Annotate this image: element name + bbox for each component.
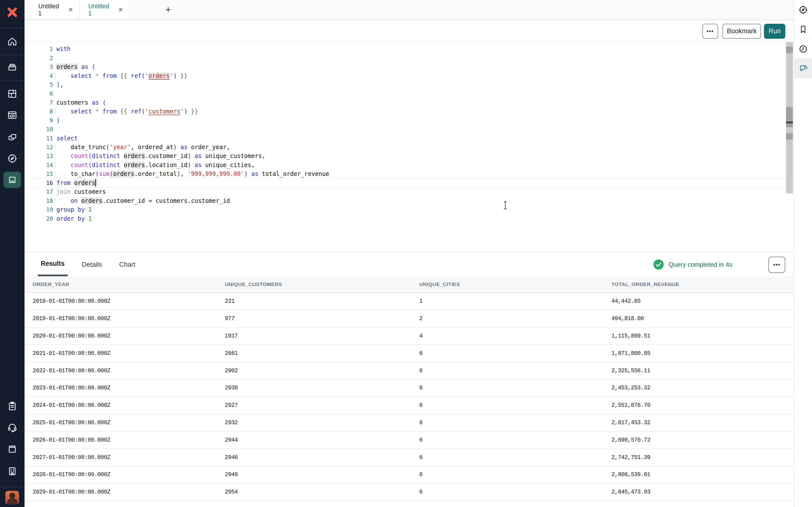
code-line[interactable]: 15 to_char(sum(orders.order_total), '999…: [24, 169, 794, 178]
table-cell: 4: [419, 333, 611, 339]
line-number: 13: [24, 153, 53, 159]
code-token: as: [92, 99, 99, 106]
close-icon[interactable]: ✕: [68, 7, 73, 13]
history-button[interactable]: [794, 39, 812, 59]
run-button[interactable]: Run: [764, 24, 785, 39]
terminal-nav-active[interactable]: [3, 172, 21, 188]
organization-building-icon[interactable]: [7, 466, 18, 477]
query-status-text: Query completed in 4s: [669, 261, 732, 269]
code-line[interactable]: 16from orders: [24, 178, 794, 187]
line-number: 10: [24, 126, 53, 132]
code-window-icon[interactable]: [7, 110, 18, 121]
code-line[interactable]: 10: [24, 125, 794, 134]
code-line[interactable]: 13 count(distinct orders.customer_id) as…: [24, 152, 794, 160]
code-line[interactable]: 18 on orders.customer_id = customers.cus…: [24, 196, 794, 205]
new-tab-button[interactable]: +: [162, 3, 174, 16]
templates-clipboard-icon[interactable]: [7, 400, 18, 412]
scrollbar-thumb[interactable]: [786, 133, 793, 139]
scrollbar-thumb[interactable]: [786, 107, 793, 127]
editor-scrollbar[interactable]: [786, 42, 793, 193]
collections-icon[interactable]: [7, 61, 18, 72]
projects-grid-icon[interactable]: [7, 88, 18, 100]
support-headset-icon[interactable]: [7, 422, 18, 433]
code-line[interactable]: 7customers as (: [24, 98, 794, 107]
results-more-options-button[interactable]: •••: [768, 257, 785, 273]
table-cell: 6: [419, 368, 611, 374]
bookmark-button[interactable]: Bookmark: [722, 24, 761, 39]
scrollbar-cursor-marker: [786, 121, 793, 123]
table-row[interactable]: 2020-01-01T00:00:00.000Z191741,115,869.5…: [24, 328, 794, 345]
table-row[interactable]: 2026-01-01T00:00:00.000Z294462,690,570.7…: [24, 432, 794, 449]
code-token: ): [188, 153, 191, 160]
code-token: customers: [70, 188, 106, 195]
close-icon[interactable]: ✕: [118, 7, 123, 13]
code-token: [56, 144, 70, 151]
code-token: select: [70, 72, 92, 79]
code-line[interactable]: 9): [24, 116, 794, 125]
ai-assistant-button[interactable]: [794, 59, 812, 78]
code-line[interactable]: 2: [24, 53, 794, 62]
code-line[interactable]: 6: [24, 89, 794, 98]
table-row[interactable]: 2024-01-01T00:00:00.000Z292762,551,076.7…: [24, 397, 794, 414]
sql-editor[interactable]: 1with23orders as (4 select * from {{ ref…: [24, 42, 794, 252]
code-text: select: [53, 135, 794, 142]
docs-book-icon[interactable]: [7, 443, 18, 454]
column-header[interactable]: ORDER_YEAR: [33, 281, 225, 287]
code-line[interactable]: 20order by 1: [24, 214, 794, 223]
tab-details[interactable]: Details: [79, 253, 105, 276]
code-token: as: [195, 162, 202, 169]
more-options-button[interactable]: •••: [702, 24, 718, 39]
code-line[interactable]: 1with: [24, 45, 794, 53]
tab-results[interactable]: Results: [38, 253, 68, 276]
table-row[interactable]: 2027-01-01T00:00:00.000Z294662,742,751.3…: [24, 449, 794, 466]
code-line[interactable]: 19group by 1: [24, 205, 794, 214]
explore-compass-button[interactable]: [794, 0, 812, 19]
sidebar-divider: [0, 55, 24, 55]
app-windows-icon[interactable]: [7, 131, 18, 143]
code-line[interactable]: 11select: [24, 134, 794, 143]
code-token: orders: [74, 179, 95, 186]
code-token: count: [70, 162, 88, 169]
column-header[interactable]: UNIQUE_CUSTOMERS: [225, 281, 419, 287]
code-token: [120, 153, 123, 160]
code-text: from orders: [53, 179, 794, 187]
bookmarks-button[interactable]: [794, 19, 812, 39]
column-header[interactable]: UNIQUE_CITIES: [419, 281, 611, 287]
code-token: [92, 72, 95, 79]
home-icon[interactable]: [7, 36, 18, 47]
user-avatar[interactable]: [5, 491, 19, 505]
scrollbar-thumb[interactable]: [786, 47, 793, 53]
code-token: (: [110, 170, 113, 177]
code-line[interactable]: 3orders as (: [24, 62, 794, 71]
table-row[interactable]: 2018-01-01T00:00:00.000Z221144,442.65: [24, 293, 794, 310]
code-line[interactable]: 12 date_trunc('year', ordered_at) as ord…: [24, 143, 794, 152]
tab-chart[interactable]: Chart: [116, 253, 138, 276]
code-line[interactable]: 4 select * from {{ ref('orders') }}: [24, 71, 794, 80]
hex-logo-icon[interactable]: [7, 6, 18, 18]
doc-tab-untitled-2[interactable]: Untitled 1 ✕: [80, 0, 130, 19]
explore-compass-icon[interactable]: [7, 153, 18, 164]
code-token: *: [95, 108, 99, 115]
code-line[interactable]: 5),: [24, 80, 794, 89]
code-line[interactable]: 17join customers: [24, 187, 794, 196]
table-row[interactable]: 2021-01-01T00:00:00.000Z266161,871,800.8…: [24, 345, 794, 362]
code-token: [188, 108, 191, 115]
table-body: 2018-01-01T00:00:00.000Z221144,442.65201…: [24, 293, 794, 507]
table-row[interactable]: 2030-01-01T00:00:00.000Z287961,841,049.3…: [24, 501, 794, 507]
doc-tab-untitled-1[interactable]: Untitled 1 ✕: [30, 0, 80, 19]
table-row[interactable]: 2025-01-01T00:00:00.000Z293262,617,453.3…: [24, 414, 794, 432]
table-cell: 2025-01-01T00:00:00.000Z: [33, 419, 225, 426]
code-text: select * from {{ ref('orders') }}: [53, 72, 794, 79]
table-row[interactable]: 2028-01-01T00:00:00.000Z294962,808,539.0…: [24, 466, 794, 484]
code-token: [191, 153, 194, 160]
table-row[interactable]: 2029-01-01T00:00:00.000Z295462,845,473.9…: [24, 484, 794, 501]
table-cell: 2026-01-01T00:00:00.000Z: [33, 437, 225, 443]
code-line[interactable]: 14 count(distinct orders.location_id) as…: [24, 161, 794, 169]
column-header[interactable]: TOTAL_ORDER_REVENUE: [611, 281, 794, 287]
results-header: Results Details Chart Query completed in…: [24, 252, 794, 276]
table-row[interactable]: 2019-01-01T00:00:00.000Z9772494,818.00: [24, 310, 794, 328]
code-line[interactable]: 8 select * from {{ ref('customers') }}: [24, 107, 794, 116]
table-row[interactable]: 2023-01-01T00:00:00.000Z293062,453,253.3…: [24, 380, 794, 397]
line-number: 20: [24, 216, 53, 222]
table-row[interactable]: 2022-01-01T00:00:00.000Z290262,325,556.1…: [24, 362, 794, 380]
